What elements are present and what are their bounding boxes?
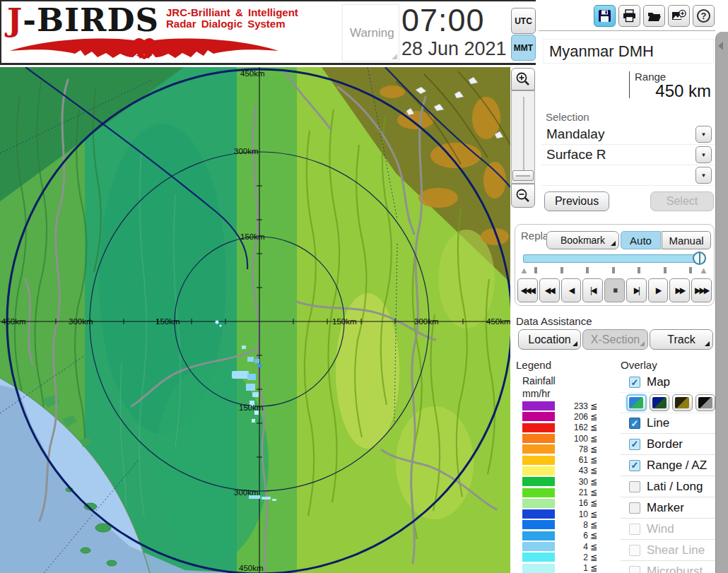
save-button[interactable] [594,5,616,27]
checkbox-marker[interactable] [629,502,640,514]
overlay-row-map[interactable]: ✓Map [621,372,715,392]
legend-operator: ≦ [590,401,597,411]
map-style-icon [698,397,712,408]
map-style-terrain-color-button[interactable] [626,394,647,411]
dropdown-value: Mandalay [546,126,604,142]
legend-swatch [522,434,555,443]
dropdown-arrow-icon[interactable]: ▼ [695,146,712,163]
checkbox-lati-long[interactable] [629,481,640,492]
zoom-slider-handle[interactable] [512,170,534,181]
legend-row-30: 30≦ [522,476,614,487]
app-logo: J-BIRDS JRC-Brilliant & Intelligent Rada… [7,4,298,36]
legend-swatch [522,401,555,410]
legend-swatch [522,466,555,475]
selection-dropdown-blank[interactable]: ▼ [541,165,714,186]
legend-swatch [522,412,555,421]
x-section-button[interactable]: X-Section [582,329,648,350]
stop-button[interactable]: ■ [604,278,625,302]
legend-row-8: 8≦ [522,519,614,530]
overlay-row-microburst: Microburst [621,560,715,573]
selection-dropdown-surface-r[interactable]: Surface R▼ [541,145,714,165]
replay-auto-button[interactable]: Auto [621,231,661,249]
play-reverse-button[interactable]: ◀ [561,278,582,302]
replay-timeline-track[interactable] [523,254,705,263]
legend-swatch [522,531,555,540]
legend-operator: ≦ [590,542,597,552]
overlay-row-marker[interactable]: Marker [621,497,715,518]
warning-panel[interactable]: Warning [342,4,399,61]
overlay-item-label: Lati / Long [647,480,703,494]
export-image-button[interactable] [668,5,690,27]
svg-text:300km: 300km [234,147,259,155]
playback-controls: ◀◀◀◀◀◀|◀■▶|▶▶▶▶▶▶ [517,278,712,302]
jump-to-end-button[interactable]: ▶▶▶ [691,278,712,302]
stop-icon: ■ [613,285,616,295]
track-button[interactable]: Track [650,329,713,350]
overlay-label: Overlay [621,359,657,371]
checkbox-range-az[interactable]: ✓ [629,460,640,471]
replay-timeline-handle[interactable] [693,252,706,265]
step-back-button[interactable]: |◀ [582,278,603,302]
legend-value: 78 [555,444,588,454]
legend-row-206: 206≦ [522,411,614,422]
zoom-in-icon [515,71,531,87]
map-style-terrain-dark-button[interactable] [650,394,669,411]
help-button[interactable]: ? [693,5,715,27]
checkbox-wind [629,524,640,535]
dropdown-arrow-icon[interactable]: ▼ [695,126,712,143]
checkbox-map[interactable]: ✓ [629,377,640,388]
range-value: 450 km [655,81,711,101]
timeline-start-marker[interactable]: ▲ [519,266,529,275]
legend-value: 43 [555,466,588,475]
fast-forward-button[interactable]: ▶▶ [669,278,690,302]
resize-grip-icon [392,54,397,59]
clock-date: 28 Jun 2021 [401,38,507,60]
previous-button[interactable]: Previous [544,191,609,211]
replay-group: Replay Bookmark Auto Manual ▲ ▲ ◀◀◀◀◀◀|◀… [515,224,715,306]
fast-rewind-button[interactable]: ◀◀ [539,278,560,302]
overlay-row-shear-line: Shear Line [621,539,715,560]
dropdown-arrow-icon[interactable]: ▼ [695,167,712,184]
overlay-row-line[interactable]: ✓Line [621,413,715,433]
print-button[interactable] [618,5,640,27]
location-button[interactable]: Location [518,329,581,350]
overlay-item-label: Range / AZ [647,459,707,473]
overlay-row-wind: Wind [621,518,715,539]
checkbox-border[interactable]: ✓ [629,439,640,450]
legend-operator: ≦ [590,412,597,422]
map-style-terrain-olive-button[interactable] [672,394,692,411]
replay-manual-button[interactable]: Manual [662,231,711,249]
logo-subtitle: JRC-Brilliant & Intelligent Radar Dialog… [166,7,298,36]
map-style-terrain-mono-button[interactable] [695,394,715,411]
zoom-out-button[interactable] [511,184,535,208]
open-folder-button[interactable] [643,5,665,27]
timezone-utc-button[interactable]: UTC [511,8,536,34]
legend-row-43: 43≦ [522,466,614,476]
overlay-row-border[interactable]: ✓Border [621,433,715,454]
legend-value: 4 [555,542,588,552]
selection-dropdown-mandalay[interactable]: Mandalay▼ [541,124,714,145]
overlay-row-lati-long[interactable]: Lati / Long [621,475,715,497]
jump-to-start-button[interactable]: ◀◀◀ [517,278,538,302]
timeline-end-marker[interactable]: ▲ [699,266,708,275]
panel-collapse-strip[interactable] [715,32,728,573]
checkbox-shear-line [629,545,640,556]
play-button[interactable]: ▶ [648,278,669,302]
step-forward-button[interactable]: ▶| [626,278,647,302]
svg-text:150km: 150km [155,317,180,326]
zoom-in-button[interactable] [511,68,535,90]
overlay-row-range-az[interactable]: ✓Range / AZ [621,454,715,475]
legend-value: 1 [555,563,588,573]
select-button[interactable]: Select [650,191,714,211]
dropdown-value: Surface R [546,147,606,163]
map-zoom-slider[interactable] [511,90,535,184]
radar-map[interactable]: 450km 300km 150km 150km 300km 450km 450k… [0,67,510,573]
timezone-mmt-button[interactable]: MMT [511,35,536,61]
legend-operator: ≦ [590,563,597,573]
svg-text:150km: 150km [332,317,357,326]
svg-text:150km: 150km [239,403,264,412]
station-name-field[interactable]: Myanmar DMH [543,39,714,64]
bookmark-button[interactable]: Bookmark [546,231,619,249]
checkbox-line[interactable]: ✓ [629,418,640,429]
legend-value: 10 [555,509,588,519]
